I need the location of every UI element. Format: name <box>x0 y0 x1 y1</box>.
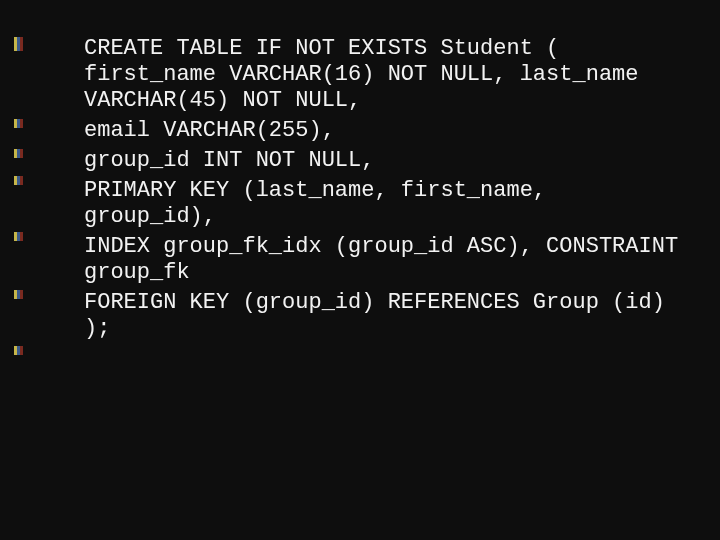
code-block: CREATE TABLE IF NOT EXISTS Student ( fir… <box>84 32 680 342</box>
code-line: email VARCHAR(255), <box>84 118 680 144</box>
bullet-marker <box>14 232 26 250</box>
code-line: group_id INT NOT NULL, <box>84 148 680 174</box>
bullet-marker <box>14 119 26 137</box>
code-line: PRIMARY KEY (last_name, first_name, grou… <box>84 178 680 230</box>
code-line: FOREIGN KEY (group_id) REFERENCES Group … <box>84 290 680 342</box>
bullet-marker <box>14 290 26 308</box>
slide-container: CREATE TABLE IF NOT EXISTS Student ( fir… <box>0 0 720 540</box>
bullet-marker <box>14 346 26 364</box>
code-line: INDEX group_fk_idx (group_id ASC), CONST… <box>84 234 680 286</box>
bullet-marker <box>14 176 26 194</box>
bullet-marker <box>14 42 26 60</box>
bullet-marker <box>14 149 26 167</box>
left-gutter <box>0 0 26 540</box>
code-line: CREATE TABLE IF NOT EXISTS Student ( fir… <box>84 36 680 114</box>
